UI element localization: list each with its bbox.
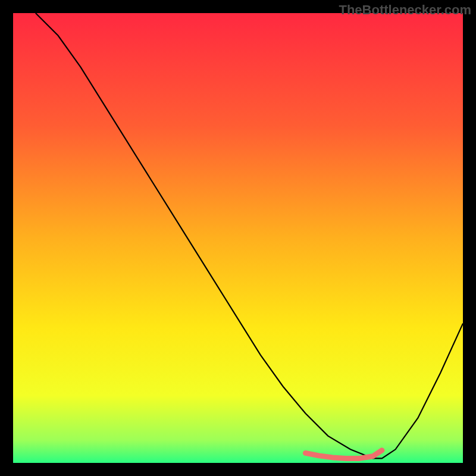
plot-area bbox=[13, 13, 463, 463]
watermark-text: TheBottlenecker.com bbox=[339, 2, 471, 18]
curve-layer bbox=[13, 13, 463, 463]
optimal-range-highlight bbox=[305, 450, 382, 459]
bottleneck-curve bbox=[36, 13, 463, 458]
